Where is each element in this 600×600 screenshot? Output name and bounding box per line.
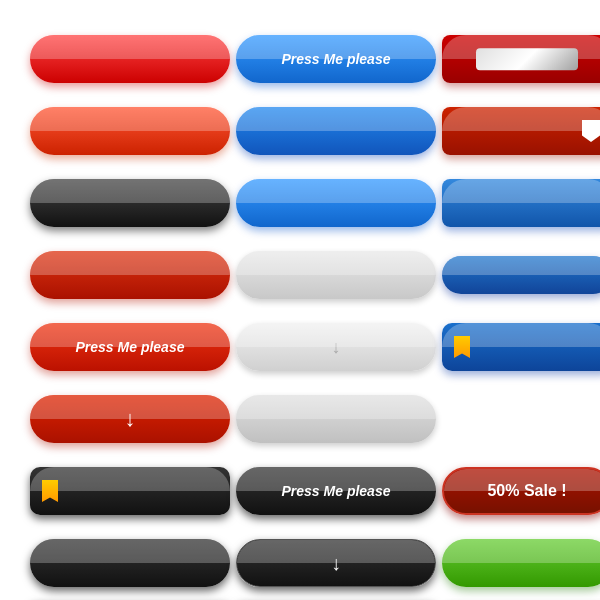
btn-label: Press Me please xyxy=(76,339,185,355)
btn-red-flat-1[interactable] xyxy=(30,35,230,83)
btn-red-sale-7[interactable]: 50% Sale ! xyxy=(442,467,600,515)
btn-black-down-8[interactable]: ↓ xyxy=(236,539,436,587)
down-arrow-icon: ↓ xyxy=(125,406,136,432)
btn-gray-light-4[interactable] xyxy=(236,251,436,299)
btn-red-glossy-2[interactable] xyxy=(30,107,230,155)
btn-black-bookmark-7[interactable] xyxy=(30,467,230,515)
btn-gray-empty-6[interactable] xyxy=(236,395,436,443)
btn-blue-oval-4[interactable] xyxy=(442,256,600,294)
btn-red-silver-1[interactable] xyxy=(442,35,600,83)
bookmark-gold-icon xyxy=(42,480,58,502)
sale-label: 50% Sale ! xyxy=(487,482,566,500)
btn-white-down-5[interactable]: ↓ xyxy=(236,323,436,371)
btn-green-8[interactable] xyxy=(442,539,600,587)
btn-black-3[interactable] xyxy=(30,179,230,227)
btn-blue-empty-3[interactable] xyxy=(236,179,436,227)
btn-blue-press-1[interactable]: Press Me please xyxy=(236,35,436,83)
btn-red-dark-4[interactable] xyxy=(30,251,230,299)
button-grid: Press Me please Press Me please ↓ ↓ Pres… xyxy=(20,15,580,585)
btn-label: Press Me please xyxy=(282,51,391,67)
down-arrow-icon: ↓ xyxy=(332,337,341,358)
btn-label: Press Me please xyxy=(282,483,391,499)
btn-red-tag-2[interactable] xyxy=(442,107,600,155)
btn-blue-bookmark-5[interactable] xyxy=(442,323,600,371)
btn-blue-dark-2[interactable] xyxy=(236,107,436,155)
btn-red-press-5[interactable]: Press Me please xyxy=(30,323,230,371)
bookmark-icon xyxy=(454,336,470,358)
btn-black-press-7[interactable]: Press Me please xyxy=(236,467,436,515)
btn-blue-arrow-3[interactable] xyxy=(442,179,600,227)
btn-black-empty-8[interactable] xyxy=(30,539,230,587)
down-arrow-icon: ↓ xyxy=(331,552,341,575)
tag-down-icon xyxy=(582,120,600,142)
btn-red-down-6[interactable]: ↓ xyxy=(30,395,230,443)
empty-cell-6 xyxy=(442,385,600,433)
